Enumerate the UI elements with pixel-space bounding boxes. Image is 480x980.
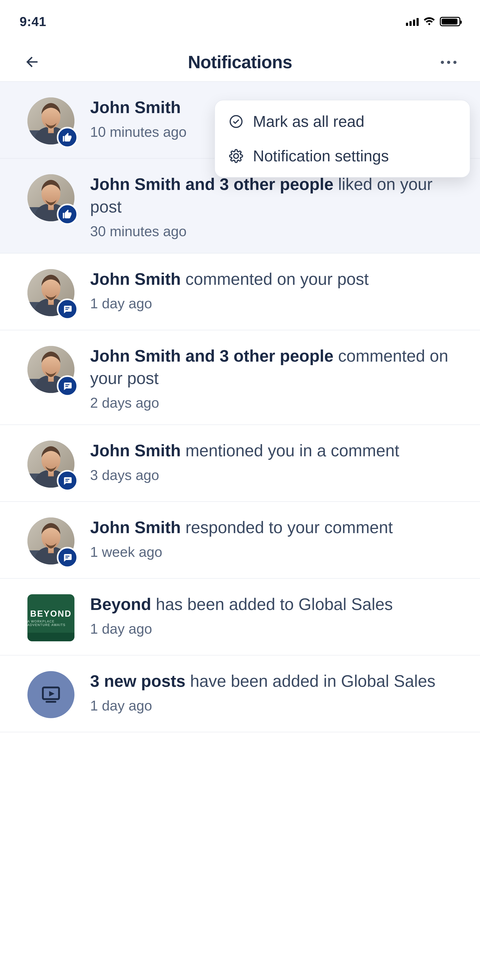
avatar: BEYONDA WORKPLACE ADVENTURE AWAITS [27, 594, 75, 641]
notification-title: John Smith and 3 other people liked on y… [90, 173, 455, 218]
page-header: Notifications [0, 43, 480, 81]
notification-time: 3 days ago [90, 467, 455, 483]
menu-item-mark-all-read[interactable]: Mark as all read [215, 104, 470, 139]
notification-time: 30 minutes ago [90, 223, 455, 239]
notification-title: John Smith and 3 other people commented … [90, 345, 455, 390]
notification-text: 3 new posts have been added in Global Sa… [90, 669, 455, 714]
avatar [27, 346, 75, 393]
header-more-button[interactable] [441, 61, 456, 64]
svg-point-32 [230, 116, 242, 127]
like-badge-icon [57, 204, 78, 225]
notification-item[interactable]: John Smith mentioned you in a comment3 d… [0, 425, 480, 502]
notification-item[interactable]: John Smith and 3 other people commented … [0, 330, 480, 425]
comment-badge-icon [57, 299, 78, 320]
page-title: Notifications [188, 52, 292, 72]
notification-title: 3 new posts have been added in Global Sa… [90, 670, 455, 692]
notification-item[interactable]: John Smith responded to your comment1 we… [0, 502, 480, 579]
avatar [27, 671, 75, 718]
notification-text: John Smith and 3 other people liked on y… [90, 172, 455, 239]
battery-icon [440, 17, 460, 26]
notification-time: 1 day ago [90, 698, 455, 714]
notification-text: John Smith commented on your post1 day a… [90, 267, 455, 312]
notification-item[interactable]: BEYONDA WORKPLACE ADVENTURE AWAITSBeyond… [0, 579, 480, 655]
more-dot-icon [441, 61, 444, 64]
notification-time: 1 day ago [90, 621, 455, 637]
status-indicators [406, 17, 460, 26]
gear-icon [229, 149, 243, 163]
like-badge-icon [57, 127, 78, 148]
menu-item-label: Notification settings [253, 147, 389, 165]
comment-badge-icon [57, 375, 78, 396]
notification-title: John Smith responded to your comment [90, 516, 455, 539]
notification-text: John Smith responded to your comment1 we… [90, 515, 455, 560]
notification-text: Beyond has been added to Global Sales1 d… [90, 592, 455, 637]
arrow-left-icon [24, 54, 40, 70]
menu-item-notification-settings[interactable]: Notification settings [215, 139, 470, 173]
notification-item[interactable]: John Smith commented on your post1 day a… [0, 253, 480, 330]
posts-icon [27, 671, 75, 718]
notification-time: 2 days ago [90, 395, 455, 411]
back-button[interactable] [24, 54, 40, 71]
notification-title: John Smith mentioned you in a comment [90, 439, 455, 462]
comment-badge-icon [57, 547, 78, 568]
beyond-thumbnail: BEYONDA WORKPLACE ADVENTURE AWAITS [27, 594, 75, 641]
avatar [27, 517, 75, 565]
notification-list: John Smith10 minutes ago John Smith and … [0, 81, 480, 732]
notification-time: 1 day ago [90, 295, 455, 312]
notification-time: 1 week ago [90, 544, 455, 560]
notification-text: John Smith and 3 other people commented … [90, 344, 455, 411]
status-time: 9:41 [20, 14, 46, 29]
avatar [27, 269, 75, 316]
header-menu-popover: Mark as all read Notification settings [215, 100, 470, 178]
avatar [27, 97, 75, 145]
wifi-icon [423, 17, 435, 26]
notification-text: John Smith mentioned you in a comment3 d… [90, 439, 455, 483]
more-dot-icon [453, 61, 456, 64]
check-circle-icon [229, 115, 243, 129]
avatar [27, 174, 75, 221]
avatar [27, 441, 75, 488]
notification-item[interactable]: 3 new posts have been added in Global Sa… [0, 655, 480, 732]
status-bar: 9:41 [0, 0, 480, 43]
notification-title: Beyond has been added to Global Sales [90, 593, 455, 616]
comment-badge-icon [57, 470, 78, 491]
more-dot-icon [447, 61, 450, 64]
menu-item-label: Mark as all read [253, 113, 364, 130]
notification-title: John Smith commented on your post [90, 268, 455, 291]
cellular-icon [406, 17, 419, 26]
